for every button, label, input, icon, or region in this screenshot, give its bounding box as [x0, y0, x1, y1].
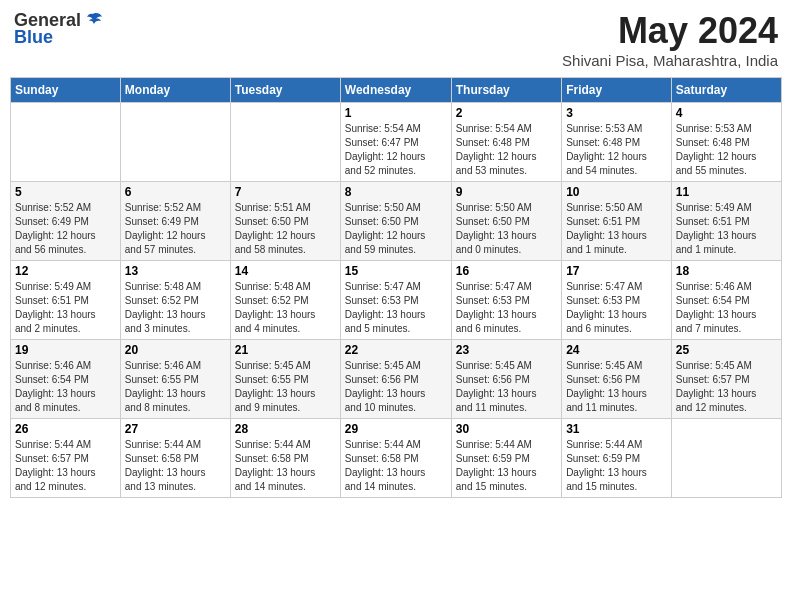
day-number: 17 [566, 264, 667, 278]
calendar-day-cell: 25Sunrise: 5:45 AM Sunset: 6:57 PM Dayli… [671, 340, 781, 419]
day-number: 31 [566, 422, 667, 436]
page-header: General Blue May 2024 Shivani Pisa, Maha… [10, 10, 782, 69]
day-info: Sunrise: 5:45 AM Sunset: 6:57 PM Dayligh… [676, 359, 777, 415]
day-number: 30 [456, 422, 557, 436]
day-info: Sunrise: 5:45 AM Sunset: 6:56 PM Dayligh… [345, 359, 447, 415]
calendar-week-row: 5Sunrise: 5:52 AM Sunset: 6:49 PM Daylig… [11, 182, 782, 261]
calendar-week-row: 26Sunrise: 5:44 AM Sunset: 6:57 PM Dayli… [11, 419, 782, 498]
day-info: Sunrise: 5:45 AM Sunset: 6:55 PM Dayligh… [235, 359, 336, 415]
weekday-header-cell: Wednesday [340, 78, 451, 103]
calendar-week-row: 12Sunrise: 5:49 AM Sunset: 6:51 PM Dayli… [11, 261, 782, 340]
day-info: Sunrise: 5:49 AM Sunset: 6:51 PM Dayligh… [676, 201, 777, 257]
calendar-day-cell: 27Sunrise: 5:44 AM Sunset: 6:58 PM Dayli… [120, 419, 230, 498]
calendar-day-cell: 21Sunrise: 5:45 AM Sunset: 6:55 PM Dayli… [230, 340, 340, 419]
day-info: Sunrise: 5:46 AM Sunset: 6:54 PM Dayligh… [676, 280, 777, 336]
calendar-day-cell: 31Sunrise: 5:44 AM Sunset: 6:59 PM Dayli… [562, 419, 672, 498]
day-number: 13 [125, 264, 226, 278]
calendar-day-cell: 12Sunrise: 5:49 AM Sunset: 6:51 PM Dayli… [11, 261, 121, 340]
calendar-day-cell: 13Sunrise: 5:48 AM Sunset: 6:52 PM Dayli… [120, 261, 230, 340]
day-info: Sunrise: 5:44 AM Sunset: 6:58 PM Dayligh… [235, 438, 336, 494]
day-info: Sunrise: 5:50 AM Sunset: 6:51 PM Dayligh… [566, 201, 667, 257]
day-number: 2 [456, 106, 557, 120]
calendar-day-cell: 3Sunrise: 5:53 AM Sunset: 6:48 PM Daylig… [562, 103, 672, 182]
day-info: Sunrise: 5:45 AM Sunset: 6:56 PM Dayligh… [456, 359, 557, 415]
day-number: 9 [456, 185, 557, 199]
calendar-day-cell [11, 103, 121, 182]
day-number: 25 [676, 343, 777, 357]
calendar-day-cell: 23Sunrise: 5:45 AM Sunset: 6:56 PM Dayli… [451, 340, 561, 419]
day-number: 15 [345, 264, 447, 278]
day-info: Sunrise: 5:45 AM Sunset: 6:56 PM Dayligh… [566, 359, 667, 415]
weekday-header-cell: Monday [120, 78, 230, 103]
calendar-day-cell: 29Sunrise: 5:44 AM Sunset: 6:58 PM Dayli… [340, 419, 451, 498]
weekday-header-cell: Friday [562, 78, 672, 103]
day-info: Sunrise: 5:53 AM Sunset: 6:48 PM Dayligh… [676, 122, 777, 178]
day-number: 3 [566, 106, 667, 120]
day-number: 28 [235, 422, 336, 436]
day-number: 6 [125, 185, 226, 199]
title-block: May 2024 Shivani Pisa, Maharashtra, Indi… [562, 10, 778, 69]
day-info: Sunrise: 5:54 AM Sunset: 6:48 PM Dayligh… [456, 122, 557, 178]
day-number: 10 [566, 185, 667, 199]
day-info: Sunrise: 5:52 AM Sunset: 6:49 PM Dayligh… [125, 201, 226, 257]
calendar-day-cell: 20Sunrise: 5:46 AM Sunset: 6:55 PM Dayli… [120, 340, 230, 419]
day-number: 21 [235, 343, 336, 357]
day-info: Sunrise: 5:44 AM Sunset: 6:58 PM Dayligh… [125, 438, 226, 494]
day-number: 16 [456, 264, 557, 278]
calendar-day-cell: 26Sunrise: 5:44 AM Sunset: 6:57 PM Dayli… [11, 419, 121, 498]
day-info: Sunrise: 5:44 AM Sunset: 6:59 PM Dayligh… [566, 438, 667, 494]
calendar-day-cell [230, 103, 340, 182]
day-number: 7 [235, 185, 336, 199]
day-number: 22 [345, 343, 447, 357]
calendar-day-cell: 9Sunrise: 5:50 AM Sunset: 6:50 PM Daylig… [451, 182, 561, 261]
day-info: Sunrise: 5:50 AM Sunset: 6:50 PM Dayligh… [345, 201, 447, 257]
calendar-table: SundayMondayTuesdayWednesdayThursdayFrid… [10, 77, 782, 498]
month-title: May 2024 [562, 10, 778, 52]
day-number: 24 [566, 343, 667, 357]
day-number: 29 [345, 422, 447, 436]
day-info: Sunrise: 5:44 AM Sunset: 6:58 PM Dayligh… [345, 438, 447, 494]
day-number: 26 [15, 422, 116, 436]
calendar-day-cell: 6Sunrise: 5:52 AM Sunset: 6:49 PM Daylig… [120, 182, 230, 261]
calendar-day-cell: 30Sunrise: 5:44 AM Sunset: 6:59 PM Dayli… [451, 419, 561, 498]
day-info: Sunrise: 5:48 AM Sunset: 6:52 PM Dayligh… [125, 280, 226, 336]
day-number: 4 [676, 106, 777, 120]
day-number: 23 [456, 343, 557, 357]
day-info: Sunrise: 5:47 AM Sunset: 6:53 PM Dayligh… [345, 280, 447, 336]
day-info: Sunrise: 5:46 AM Sunset: 6:54 PM Dayligh… [15, 359, 116, 415]
day-info: Sunrise: 5:51 AM Sunset: 6:50 PM Dayligh… [235, 201, 336, 257]
calendar-day-cell: 4Sunrise: 5:53 AM Sunset: 6:48 PM Daylig… [671, 103, 781, 182]
calendar-day-cell: 22Sunrise: 5:45 AM Sunset: 6:56 PM Dayli… [340, 340, 451, 419]
calendar-day-cell: 11Sunrise: 5:49 AM Sunset: 6:51 PM Dayli… [671, 182, 781, 261]
calendar-day-cell: 18Sunrise: 5:46 AM Sunset: 6:54 PM Dayli… [671, 261, 781, 340]
day-info: Sunrise: 5:47 AM Sunset: 6:53 PM Dayligh… [566, 280, 667, 336]
day-info: Sunrise: 5:53 AM Sunset: 6:48 PM Dayligh… [566, 122, 667, 178]
day-number: 5 [15, 185, 116, 199]
weekday-header-cell: Thursday [451, 78, 561, 103]
day-info: Sunrise: 5:48 AM Sunset: 6:52 PM Dayligh… [235, 280, 336, 336]
weekday-header-cell: Saturday [671, 78, 781, 103]
day-info: Sunrise: 5:47 AM Sunset: 6:53 PM Dayligh… [456, 280, 557, 336]
day-info: Sunrise: 5:44 AM Sunset: 6:59 PM Dayligh… [456, 438, 557, 494]
day-info: Sunrise: 5:54 AM Sunset: 6:47 PM Dayligh… [345, 122, 447, 178]
day-info: Sunrise: 5:49 AM Sunset: 6:51 PM Dayligh… [15, 280, 116, 336]
day-number: 27 [125, 422, 226, 436]
calendar-day-cell [120, 103, 230, 182]
day-info: Sunrise: 5:44 AM Sunset: 6:57 PM Dayligh… [15, 438, 116, 494]
day-number: 18 [676, 264, 777, 278]
day-number: 12 [15, 264, 116, 278]
weekday-header-cell: Tuesday [230, 78, 340, 103]
day-number: 19 [15, 343, 116, 357]
calendar-day-cell: 28Sunrise: 5:44 AM Sunset: 6:58 PM Dayli… [230, 419, 340, 498]
calendar-day-cell [671, 419, 781, 498]
day-info: Sunrise: 5:52 AM Sunset: 6:49 PM Dayligh… [15, 201, 116, 257]
logo-blue: Blue [14, 27, 53, 48]
calendar-day-cell: 10Sunrise: 5:50 AM Sunset: 6:51 PM Dayli… [562, 182, 672, 261]
calendar-day-cell: 1Sunrise: 5:54 AM Sunset: 6:47 PM Daylig… [340, 103, 451, 182]
day-info: Sunrise: 5:46 AM Sunset: 6:55 PM Dayligh… [125, 359, 226, 415]
calendar-day-cell: 17Sunrise: 5:47 AM Sunset: 6:53 PM Dayli… [562, 261, 672, 340]
location-subtitle: Shivani Pisa, Maharashtra, India [562, 52, 778, 69]
day-number: 14 [235, 264, 336, 278]
calendar-week-row: 19Sunrise: 5:46 AM Sunset: 6:54 PM Dayli… [11, 340, 782, 419]
day-number: 11 [676, 185, 777, 199]
